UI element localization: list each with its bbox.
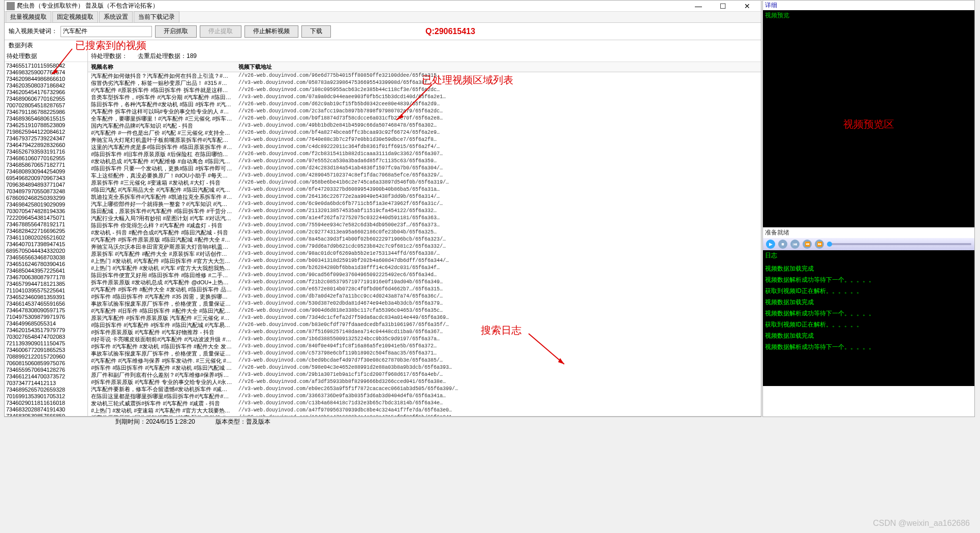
table-row[interactable]: 汽车配件要新着，修车不会留遗憾#发动机拆车件 #减震 #汽车配…//v3-web… — [88, 386, 761, 393]
id-item[interactable]: 7016991353901705312 — [5, 393, 87, 400]
table-row[interactable]: 音类车型拆车件，#拆车件 #汽车分期 #汽车配件 #陈田汽车 #陈田…//v3-… — [88, 94, 761, 101]
menu-item[interactable]: 固定视频提取 — [52, 11, 98, 23]
menu-item[interactable]: 批量视频提取 — [6, 11, 51, 23]
id-item[interactable]: 7346895265702659328 — [5, 387, 87, 393]
id-item[interactable]: 7346579944718121385 — [5, 281, 87, 287]
start-button[interactable]: 开启抓取 — [155, 25, 197, 38]
table-row[interactable]: #好哥说 卡亮嘴皮鼓面朝前#汽车配件 #汽动波波升级 #拆车件…//v3-web… — [88, 336, 761, 343]
id-item[interactable]: 7211393909011150475 — [5, 340, 87, 347]
col-url[interactable]: 视频下载地址 — [235, 62, 761, 72]
table-row[interactable]: #汽车配件 #原装拆车件 #陈田拆车件 拆车件就是这样，不管是…//v26-we… — [88, 86, 761, 94]
video-table[interactable]: 视频名称 视频下载地址 汽车配件如何做抖音？汽车配件如何在抖音上引流？#直播运营… — [88, 62, 761, 416]
id-list[interactable]: 7346551710115958042734698325900776167473… — [5, 62, 87, 416]
id-item[interactable]: 7346499685055314 — [5, 320, 87, 327]
stop-parse-button[interactable]: 停止解析视频 — [244, 25, 298, 38]
id-item[interactable]: 7088992122015720960 — [5, 353, 87, 360]
table-row[interactable]: 奔驰宝马沃尔沃本田丰田雷克萨斯原装大灯音响#机盖叶子板板…//v3-web.do… — [88, 243, 761, 250]
id-item[interactable]: 7096384894893771047 — [5, 182, 87, 188]
table-row[interactable]: 原装汽车配件 #拆车件原装原版 汽车配件 #三元催化 #发动机…//v3-web… — [88, 314, 761, 321]
id-item[interactable]: 7198625944122084612 — [5, 129, 87, 135]
id-item[interactable]: 7060815060859975076 — [5, 360, 87, 367]
table-row[interactable]: 陈田拆车件，各种汽车配件#发动机 #陈田 #拆车件 #汽车配件 …//v26-w… — [88, 101, 761, 108]
table-row[interactable]: 拆车件原装原版 #发动机总成 #汽车配件 @dOU+上热门 - 抖音//v3-w… — [88, 279, 761, 286]
table-row[interactable]: #陈田拆车件 #旧车件原装原版 #后保险杠 在陈田哪怕是一根线…//v26-we… — [88, 151, 761, 158]
id-item[interactable]: 7346983259007761674 — [5, 69, 87, 76]
table-row[interactable]: #发动机 - 抖音 #配件合成#汽车配件 #陈田汽配城 - 抖音//v3-web… — [88, 229, 761, 236]
id-item[interactable]: 7346201543517979779 — [5, 327, 87, 334]
id-item[interactable]: 7346808930944254099 — [5, 168, 87, 175]
table-row[interactable]: #汽车配件 #旧车件 #陈田拆车件 #配件大全 #陈田汽配城 - 抖音//v26… — [88, 307, 761, 314]
log-box[interactable]: 视频数据加载完成视频数据解析成功等待下一个。。。。。获取到视频ID正在解析。。。… — [763, 261, 974, 386]
minimize-button[interactable]: — — [687, 1, 710, 11]
table-row[interactable]: #上热门 #发动机 #汽车配件 #陈田拆车件 #官方大大怎热我 - 抖音//v3… — [88, 257, 761, 264]
table-row[interactable]: #陈田汽配 #汽车用品大全 #汽车配件 #陈田汽配城 #汽车知识…//v3-we… — [88, 186, 761, 193]
table-row[interactable]: #汽车配件 #汽车维修与保养 #拆车发动件. #三元催化 #减震…//v3-we… — [88, 357, 761, 364]
table-row[interactable]: 陈田配城，原装拆车件#汽车配件 #陈田拆车件 #干货分享 …//v3-web.d… — [88, 208, 761, 215]
id-item[interactable]: 7346251910788523809 — [5, 122, 87, 129]
table-row[interactable]: 汽配行业大幅入局?用有妙招 #星图计划 #汽车 #对话汽车 - 抖音//v3-w… — [88, 215, 761, 222]
id-item[interactable]: 7346478308090597175 — [5, 307, 87, 314]
id-item[interactable]: 7346479422892832660 — [5, 142, 87, 149]
table-row[interactable]: 陈田拆车件 你觉得怎么样？#汽车配件 #减盘灯 - 抖音//v3-web.dou… — [88, 222, 761, 229]
table-row[interactable]: 拆车件原装原版 #回收拆卸拆车件 #汽车 配件 发动机 #汽车 赛发…//v26… — [88, 414, 761, 416]
table-row[interactable]: 汽车配件如何做抖音？汽车配件如何在抖音上引流？#直播运营 #…//v26-web… — [88, 72, 761, 80]
download-button[interactable]: 下载 — [301, 25, 331, 38]
table-row[interactable]: #拆车件 #汽车配件 #发动机 #陈田拆车件 #配件大全 发动机…//v3-we… — [88, 343, 761, 350]
table-row[interactable]: #陈田拆车件 只要一个发动机，更换#陈田 #拆车件即可 通通拆拆…//v3-we… — [88, 165, 761, 172]
id-item[interactable]: 7346551710115958042 — [5, 63, 87, 69]
id-item[interactable]: 7346516246780390416 — [5, 261, 87, 268]
table-row[interactable]: 事故车试验车报废车原厂拆车件，价格便宜，质量保证，减震完…//v3-web.do… — [88, 300, 761, 307]
id-item[interactable]: 7346788556478192171 — [5, 221, 87, 228]
table-row[interactable]: 奔驰宝马大灯尾灯机盖叶子板前嘴原装拆车件#汽车配件 #陈田拆…//v3-web.… — [88, 136, 761, 143]
id-item[interactable]: 7346984258019029099 — [5, 201, 87, 208]
table-row[interactable]: 假冒伪劣汽车配件，标签一贴秒变原厂出品！ #315 #汽车配件 …//v3-we… — [88, 79, 761, 86]
id-item[interactable]: 7346828422716696295 — [5, 228, 87, 234]
id-item[interactable]: 7346559570694128276 — [5, 367, 87, 373]
id-item[interactable]: 7346526793593191716 — [5, 149, 87, 155]
id-item[interactable]: 7346205454176732966 — [5, 89, 87, 96]
table-row[interactable]: #上热门 #发动机 #变速箱 #汽车配件 #官方大大我要热门 - 抖音//v3-… — [88, 407, 761, 414]
table-row[interactable]: 凯迪拉克全系拆车件#汽车配件 #凯迪拉克全系拆车件 #拆车件…//v3-web.… — [88, 193, 761, 200]
id-item[interactable]: 7346209844986866610 — [5, 76, 87, 82]
close-button[interactable]: ✕ — [736, 1, 759, 11]
table-row[interactable]: #拆车件 #陈田拆车件 #汽车配件 #发动机 #陈田汽配城 原厂…//v26-w… — [88, 364, 761, 371]
id-item[interactable]: 7110410395575225641 — [5, 287, 87, 294]
menu-item[interactable]: 当前下载记录 — [134, 11, 179, 23]
id-item[interactable]: 7346614537465591656 — [5, 301, 87, 307]
table-row[interactable]: 汽车配件 拆车件这样可以吗#专业的事交给专业的人 #配件大全 #…//v26-w… — [88, 108, 761, 115]
table-row[interactable]: #拆车件原装原版 #汽车配件 #汽车好物推荐 - 抖音//v3-web.douy… — [88, 329, 761, 336]
table-row[interactable]: 在陈田这里都是指哪里拆哪里#陈田拆车件#汽车配件#轮毂一条线…//v3-web.… — [88, 393, 761, 400]
id-item[interactable]: 7222096454381475071 — [5, 215, 87, 221]
id-item[interactable]: 7346791186788225986 — [5, 109, 87, 115]
id-item[interactable]: 7346203508037186842 — [5, 82, 87, 89]
table-row[interactable]: 这里的汽车配件虎是多#陈田拆车件 #陈田原装拆车件 #汽配 …//v3-web.… — [88, 143, 761, 151]
id-item[interactable]: 7346612144700373572 — [5, 373, 87, 380]
table-row[interactable]: #上热门 #汽车配件 #发动机 #汽车 #官方大大我想我热门 - 抖音//v3-… — [88, 264, 761, 272]
id-item[interactable]: 7346893654680615515 — [5, 115, 87, 122]
prev-button[interactable]: ⏮ — [790, 240, 800, 249]
table-row[interactable]: 发动机三轮式威震拆#拆车件 #汽车配件 #减震 - 抖音//v3-web.dou… — [88, 400, 761, 407]
stop-play-button[interactable]: ■ — [778, 240, 787, 249]
rewind-button[interactable]: ⏪ — [803, 240, 812, 249]
id-item[interactable]: 7030276548474702083 — [5, 334, 87, 340]
id-item[interactable]: 7346700638087977178 — [5, 274, 87, 281]
id-item[interactable]: 7346830539857666859 — [5, 413, 87, 416]
id-item[interactable]: 7037347714412113 — [5, 380, 87, 387]
table-row[interactable]: 汽车上哪些部件好一个就得换一整套？#汽车知识 #汽配 - 抖音//v3-web.… — [88, 200, 761, 208]
table-row[interactable]: 陈田拆车件便宜又好用 #陈田拆车件 #陈田维修 #二手车靠运工…//v3-web… — [88, 272, 761, 279]
table-row[interactable]: 车上这些配件，真没必要换原厂！#dOU小助手 #每天一个…//v3-web.do… — [88, 172, 761, 179]
table-row[interactable]: 国内汽车配件品牌#汽车知识 #汽配 - 抖音//v3-web.douyinvod… — [88, 122, 761, 129]
table-row[interactable]: #拆车件原装原版 #汽车配件 专业的事交给专业的人#永远要尊感…//v26-we… — [88, 378, 761, 386]
table-row[interactable]: 原装拆车件 #三元催化 #变速箱 #发动机 #大灯 - 抖音//v26-web.… — [88, 179, 761, 186]
id-item[interactable]: 7346029011811616018 — [5, 400, 87, 406]
table-row[interactable]: #拆车件 #陈田拆车件 #汽车配件 #35 因需，更换拆哪里！//v3-web.… — [88, 293, 761, 300]
id-item[interactable]: 7346006772091865253 — [5, 347, 87, 353]
table-row[interactable]: #陈田拆车件 #汽车配件 #拆车件 #陈田汽配城 #汽车易损件 - 抖音//v2… — [88, 321, 761, 329]
table-row[interactable]: #汽车配件 #拆车件原装原版 #陈田汽配城 #配件大全 #陈田拆…//v3-we… — [88, 236, 761, 243]
id-item[interactable]: 7346890606770162955 — [5, 96, 87, 102]
id-item[interactable]: 7104975309879971976 — [5, 314, 87, 320]
id-item[interactable]: 7346110802026521602 — [5, 234, 87, 241]
id-item[interactable]: 7346565663468703038 — [5, 254, 87, 261]
menu-item[interactable]: 系统设置 — [99, 11, 133, 23]
stop-button[interactable]: 停止提取 — [200, 25, 241, 38]
